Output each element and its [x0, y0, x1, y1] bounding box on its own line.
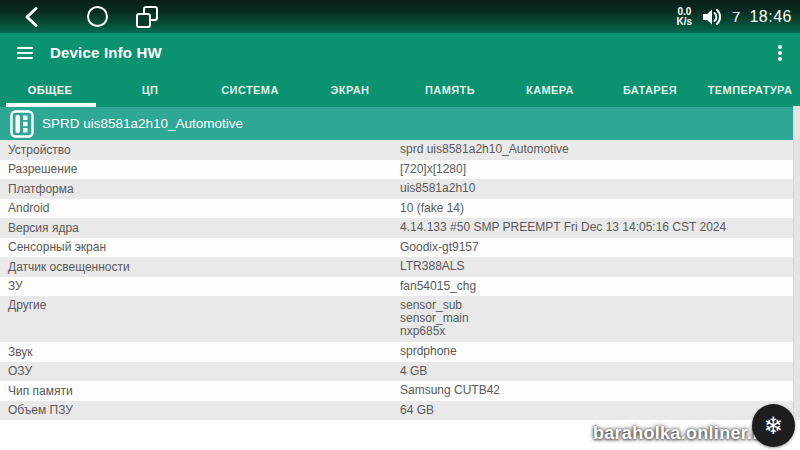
- tab-цп[interactable]: ЦП: [100, 73, 200, 107]
- row-label: Android: [0, 201, 392, 215]
- tab-label: ТЕМПЕРАТУРА: [708, 84, 793, 96]
- app-title: Device Info HW: [50, 44, 162, 61]
- row-value: sensor_sub sensor_main nxp685x: [392, 299, 800, 338]
- app-bar: Device Info HW: [0, 33, 800, 73]
- table-row[interactable]: Устройствоsprd uis8581a2h10_Automotive: [0, 140, 800, 160]
- tab-label: ПАМЯТЬ: [425, 84, 475, 96]
- status-indicators: 0.0 K/s 7 18:46: [677, 0, 792, 33]
- row-value: fan54015_chg: [392, 280, 800, 293]
- row-value: 4.14.133 #50 SMP PREEMPT Fri Dec 13 14:0…: [392, 221, 800, 234]
- table-row[interactable]: Платформаuis8581a2h10: [0, 179, 800, 199]
- tab-температура[interactable]: ТЕМПЕРАТУРА: [700, 73, 800, 107]
- table-row[interactable]: Разрешение[720]x[1280]: [0, 160, 800, 180]
- row-value: uis8581a2h10: [392, 182, 800, 195]
- row-label: Устройство: [0, 143, 392, 157]
- row-value: 4 GB: [392, 365, 800, 378]
- device-title: SPRD uis8581a2h10_Automotive: [42, 116, 243, 131]
- tab-общее[interactable]: ОБЩЕЕ: [0, 73, 100, 107]
- tab-label: КАМЕРА: [526, 84, 574, 96]
- row-label: Платформа: [0, 182, 392, 196]
- table-row[interactable]: Android10 (fake 14): [0, 199, 800, 219]
- overflow-menu-icon[interactable]: [772, 42, 788, 64]
- notification-count: 7: [732, 8, 740, 25]
- table-row[interactable]: Версия ядра4.14.133 #50 SMP PREEMPT Fri …: [0, 218, 800, 238]
- network-speed-value: 0.0: [677, 7, 691, 17]
- row-value: Goodix-gt9157: [392, 241, 800, 254]
- table-row[interactable]: Звукsprdphone: [0, 342, 800, 362]
- tab-label: ОБЩЕЕ: [28, 84, 72, 96]
- info-table: Устройствоsprd uis8581a2h10_AutomotiveРа…: [0, 140, 800, 420]
- table-row[interactable]: Сенсорный экранGoodix-gt9157: [0, 238, 800, 258]
- watermark-text: baraholka.onliner.by: [593, 423, 774, 444]
- row-value: sprd uis8581a2h10_Automotive: [392, 143, 800, 156]
- tab-label: БАТАРЕЯ: [623, 84, 677, 96]
- row-value: [720]x[1280]: [392, 163, 800, 176]
- home-icon[interactable]: [87, 6, 108, 27]
- table-row[interactable]: Другиеsensor_sub sensor_main nxp685x: [0, 296, 800, 342]
- snowflake-icon: ❄: [752, 404, 795, 447]
- tab-батарея[interactable]: БАТАРЕЯ: [600, 73, 700, 107]
- row-value: sprdphone: [392, 345, 800, 358]
- row-label: Разрешение: [0, 162, 392, 176]
- row-value: LTR388ALS: [392, 260, 800, 273]
- table-row[interactable]: ЗУfan54015_chg: [0, 277, 800, 297]
- tab-label: ЦП: [142, 84, 159, 96]
- row-label: Чип памяти: [0, 384, 392, 398]
- row-label: Звук: [0, 345, 392, 359]
- row-value: 10 (fake 14): [392, 202, 800, 215]
- tab-label: СИСТЕМА: [221, 84, 278, 96]
- vertical-scrollbar[interactable]: [793, 106, 800, 417]
- device-board-icon: [10, 110, 34, 138]
- tab-label: ЭКРАН: [331, 84, 370, 96]
- back-icon[interactable]: [24, 6, 39, 28]
- row-label: Датчик освещенности: [0, 260, 392, 274]
- menu-icon[interactable]: [17, 47, 33, 59]
- status-bar: 0.0 K/s 7 18:46: [0, 0, 800, 33]
- row-label: ЗУ: [0, 279, 392, 293]
- table-row[interactable]: ОЗУ4 GB: [0, 362, 800, 382]
- tab-bar: ОБЩЕЕЦПСИСТЕМАЭКРАНПАМЯТЬКАМЕРАБАТАРЕЯТЕ…: [0, 73, 800, 107]
- row-label: Другие: [0, 299, 392, 312]
- network-speed: 0.0 K/s: [677, 7, 693, 27]
- volume-icon: [701, 8, 723, 26]
- device-header: SPRD uis8581a2h10_Automotive: [0, 107, 800, 140]
- table-row[interactable]: Чип памятиSamsung CUTB42: [0, 381, 800, 401]
- row-label: Версия ядра: [0, 221, 392, 235]
- row-value: 64 GB: [392, 404, 800, 417]
- recents-icon[interactable]: [136, 6, 158, 28]
- table-row[interactable]: Датчик освещенностиLTR388ALS: [0, 257, 800, 277]
- row-label: ОЗУ: [0, 364, 392, 378]
- row-label: Объем ПЗУ: [0, 403, 392, 417]
- row-label: Сенсорный экран: [0, 240, 392, 254]
- tab-экран[interactable]: ЭКРАН: [300, 73, 400, 107]
- table-row[interactable]: Объем ПЗУ64 GB: [0, 401, 800, 421]
- tab-камера[interactable]: КАМЕРА: [500, 73, 600, 107]
- device-info-hw-app: 0.0 K/s 7 18:46 Device Info HW ОБЩЕЕЦПСИ…: [0, 0, 800, 450]
- tab-память[interactable]: ПАМЯТЬ: [400, 73, 500, 107]
- tab-система[interactable]: СИСТЕМА: [200, 73, 300, 107]
- clock: 18:46: [749, 8, 792, 26]
- row-value: Samsung CUTB42: [392, 384, 800, 397]
- network-speed-unit: K/s: [677, 17, 693, 27]
